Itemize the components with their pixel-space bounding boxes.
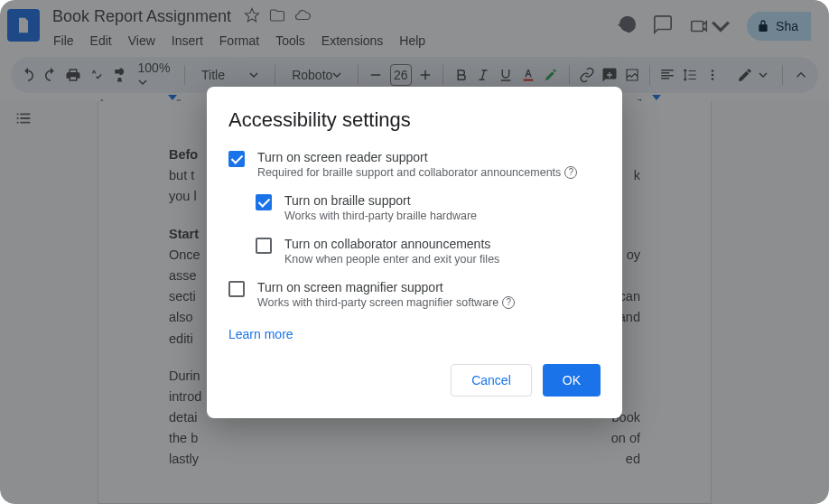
learn-more-link[interactable]: Learn more	[228, 327, 293, 341]
option-collaborator-announce[interactable]: Turn on collaborator announcements Know …	[256, 237, 601, 266]
option-desc: Works with third-party screen magnifier …	[257, 296, 515, 309]
help-icon[interactable]: ?	[502, 296, 515, 309]
modal-overlay: Accessibility settings Turn on screen re…	[0, 0, 829, 504]
option-label: Turn on screen reader support	[257, 150, 577, 164]
cancel-button[interactable]: Cancel	[451, 364, 532, 397]
dialog-title: Accessibility settings	[228, 108, 601, 132]
checkbox-braille[interactable]	[256, 194, 272, 210]
option-desc: Works with third-party braille hardware	[284, 210, 477, 222]
option-desc: Know when people enter and exit your fil…	[284, 253, 499, 266]
option-braille[interactable]: Turn on braille support Works with third…	[256, 193, 601, 222]
option-label: Turn on braille support	[284, 193, 477, 208]
option-magnifier[interactable]: Turn on screen magnifier support Works w…	[228, 280, 601, 309]
checkbox-magnifier[interactable]	[228, 281, 245, 297]
option-label: Turn on screen magnifier support	[257, 280, 515, 294]
dialog-actions: Cancel OK	[228, 364, 601, 397]
help-icon[interactable]: ?	[564, 166, 577, 179]
option-screen-reader[interactable]: Turn on screen reader support Required f…	[228, 150, 601, 179]
accessibility-settings-dialog: Accessibility settings Turn on screen re…	[207, 87, 622, 418]
ok-button[interactable]: OK	[543, 364, 601, 397]
option-label: Turn on collaborator announcements	[284, 237, 499, 251]
checkbox-screen-reader[interactable]	[228, 151, 245, 167]
checkbox-collaborator[interactable]	[256, 238, 272, 254]
option-desc: Required for braille support and collabo…	[257, 166, 577, 179]
